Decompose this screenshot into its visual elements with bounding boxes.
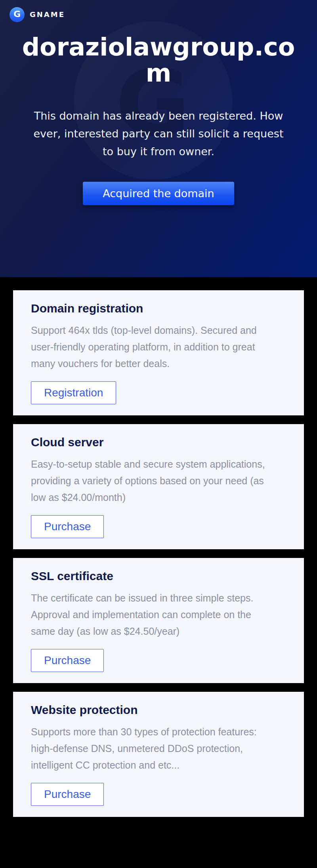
hero-description-line: to buy it from owner. <box>16 143 301 160</box>
card-description: The certificate can be issued in three s… <box>31 590 269 640</box>
service-card-website-protection: Website protection Supports more than 30… <box>13 692 304 817</box>
card-description: Supports more than 30 types of protectio… <box>31 723 269 773</box>
hero-description-line: This domain has already been registered.… <box>16 107 301 125</box>
domain-title: doraziolawgroup.com <box>20 34 297 86</box>
cta-row: Acquired the domain <box>0 182 317 205</box>
header-logo-row: G GNAME <box>0 0 317 22</box>
card-title: Domain registration <box>31 301 286 316</box>
services-section: Domain registration Support 464x tlds (t… <box>0 277 317 851</box>
service-card-ssl-certificate: SSL certificate The certificate can be i… <box>13 558 304 683</box>
registration-button[interactable]: Registration <box>31 381 116 404</box>
purchase-ssl-button[interactable]: Purchase <box>31 649 104 672</box>
logo-g-letter: G <box>13 10 21 19</box>
card-title: Website protection <box>31 703 286 717</box>
service-card-cloud-server: Cloud server Easy-to-setup stable and se… <box>13 424 304 549</box>
brand-name[interactable]: GNAME <box>30 11 65 18</box>
purchase-cloud-server-button[interactable]: Purchase <box>31 515 104 538</box>
card-title: SSL certificate <box>31 569 286 583</box>
acquired-domain-button[interactable]: Acquired the domain <box>83 182 234 205</box>
service-card-domain-registration: Domain registration Support 464x tlds (t… <box>13 290 304 415</box>
hero-description: This domain has already been registered.… <box>16 107 301 160</box>
purchase-protection-button[interactable]: Purchase <box>31 783 104 806</box>
card-title: Cloud server <box>31 435 286 449</box>
hero-description-line: ever, interested party can still solicit… <box>16 125 301 143</box>
gname-logo-icon[interactable]: G <box>10 7 25 22</box>
card-description: Easy-to-setup stable and secure system a… <box>31 456 269 506</box>
hero-section: G G GNAME doraziolawgroup.com This domai… <box>0 0 317 277</box>
card-description: Support 464x tlds (top-level domains). S… <box>31 322 269 372</box>
